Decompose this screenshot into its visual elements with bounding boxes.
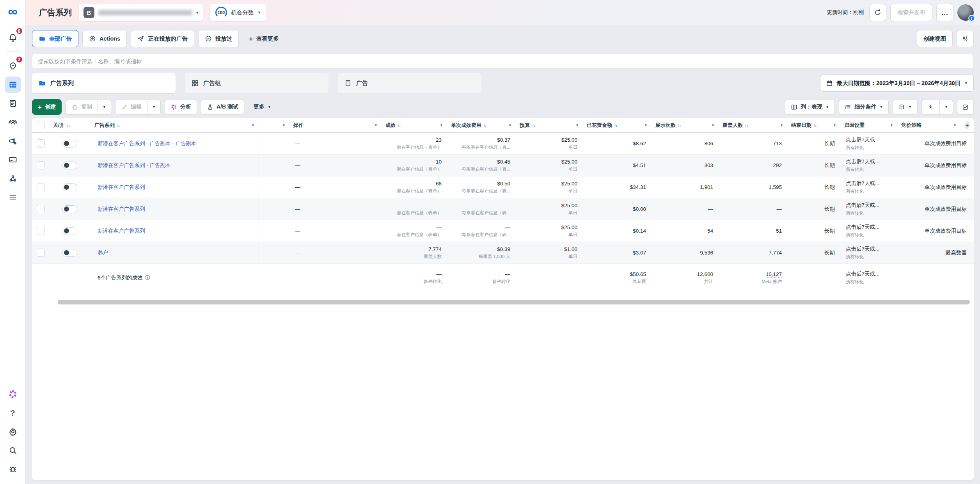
column-header-bid[interactable]: 竞价策略▼	[897, 118, 960, 132]
see-more-filters-button[interactable]: + 查看更多	[243, 30, 285, 47]
column-header-reach[interactable]: 覆盖人数↑↓▼	[719, 118, 787, 132]
sort-arrows-icon[interactable]: ↑↓	[483, 123, 486, 128]
sort-arrows-icon[interactable]: ↑↓	[614, 123, 617, 128]
select-all-checkbox[interactable]	[37, 121, 45, 129]
header-filter-caret[interactable]: ▼	[780, 123, 783, 127]
column-header-end[interactable]: 结束日期↑↓▼	[787, 118, 840, 132]
analyze-button[interactable]: 分析	[165, 99, 197, 115]
filter-tab-had-delivery[interactable]: 投放过	[198, 30, 239, 47]
sidebar-item-reports[interactable]	[5, 95, 21, 112]
campaign-name-link[interactable]: 新潜在客户广告系列 - 广告副本 - 广告副本	[98, 140, 253, 147]
header-filter-caret[interactable]: ▼	[374, 123, 378, 127]
sort-arrows-icon[interactable]: ↑↓	[678, 123, 680, 128]
header-filter-caret[interactable]: ▼	[282, 123, 286, 127]
row-checkbox[interactable]	[37, 227, 45, 235]
row-checkbox[interactable]	[37, 161, 45, 169]
column-header-name[interactable]: 广告系列↑↓▼	[91, 118, 259, 132]
header-filter-caret[interactable]: ▼	[833, 123, 836, 127]
campaign-toggle[interactable]	[62, 183, 77, 191]
sidebar-item-audiences[interactable]	[5, 114, 21, 130]
reports-dropdown-button[interactable]: ▼	[893, 99, 918, 115]
edit-button[interactable]: 编辑	[115, 99, 147, 115]
info-icon[interactable]: ⓘ	[145, 274, 150, 281]
duplicate-dropdown-caret[interactable]: ▼	[98, 99, 111, 115]
opportunity-score[interactable]: 100 机会分数 ▼	[210, 4, 266, 21]
meta-logo-icon[interactable]: ∞	[8, 5, 17, 18]
campaign-name-link[interactable]: 新潜在客户广告系列	[98, 206, 253, 213]
add-column-button[interactable]: +	[964, 121, 970, 129]
campaign-toggle[interactable]	[62, 162, 77, 169]
column-header-spent[interactable]: 已花费金额↑↓▼	[583, 118, 652, 132]
campaign-toggle[interactable]	[62, 205, 77, 213]
column-header-action[interactable]: 操作▼	[289, 118, 382, 132]
sort-arrows-icon[interactable]: ↑↓	[745, 123, 747, 128]
export-button[interactable]	[921, 99, 940, 115]
date-range-selector[interactable]: 最大日期范围：2023年3月30日 – 2026年4月30日 ▼	[820, 75, 974, 92]
sidebar-item-ads-manager[interactable]	[5, 77, 21, 93]
campaign-name-link[interactable]: 新潜在客户广告系列 - 广告副本	[98, 162, 253, 169]
header-filter-caret[interactable]: ▼	[440, 123, 443, 127]
row-checkbox[interactable]	[37, 139, 45, 148]
row-checkbox[interactable]	[37, 249, 45, 257]
duplicate-button[interactable]: 复制	[66, 99, 98, 115]
filter-tab-active-ads[interactable]: 正在投放的广告	[131, 30, 194, 47]
column-header-impressions[interactable]: 展示次数↑↓▼	[652, 118, 719, 132]
column-header-toggle[interactable]: 关/开↑↓	[49, 118, 91, 132]
sidebar-item-advertising[interactable]	[5, 133, 21, 149]
search-input[interactable]	[32, 54, 974, 69]
filter-tab-all-ads[interactable]: 全部广告	[32, 30, 78, 47]
sidebar-item-events-manager[interactable]	[5, 170, 21, 187]
column-header-cpr[interactable]: 单次成效费用↑↓▼	[447, 118, 516, 132]
sidebar-item-billing[interactable]	[5, 151, 21, 168]
columns-button[interactable]: 列：表现 ▼	[785, 99, 835, 115]
column-header-results[interactable]: 成效↑↓▼	[382, 118, 447, 132]
user-avatar[interactable]: f	[957, 4, 974, 21]
notifications-button[interactable]: 8	[5, 29, 21, 46]
sort-arrows-icon[interactable]: ↑↓	[813, 123, 816, 128]
sort-arrows-icon[interactable]: ↑↓	[532, 123, 534, 128]
breakdown-button[interactable]: 细分条件 ▼	[839, 99, 889, 115]
header-filter-caret[interactable]: ▼	[953, 123, 957, 127]
create-view-button[interactable]: 创建视图	[917, 30, 953, 47]
sort-arrows-icon[interactable]: ↑↓	[67, 123, 69, 128]
column-header-attribution[interactable]: 归因设置▼	[840, 118, 897, 132]
charts-button[interactable]	[957, 99, 974, 115]
review-publish-button[interactable]: 检查并发布	[890, 4, 932, 21]
campaign-toggle[interactable]	[62, 140, 77, 148]
header-filter-caret[interactable]: ▼	[251, 123, 255, 127]
header-filter-caret[interactable]: ▼	[575, 123, 579, 127]
campaign-toggle[interactable]	[62, 227, 77, 235]
horizontal-scrollbar[interactable]	[58, 300, 970, 304]
sort-arrows-icon[interactable]: ↑↓	[117, 123, 119, 128]
more-tools-button[interactable]: 更多 ▼	[248, 99, 277, 115]
header-filter-caret[interactable]: ▼	[890, 123, 893, 127]
help-button[interactable]: ?	[5, 405, 21, 421]
meta-ai-button[interactable]	[5, 386, 21, 402]
account-selector[interactable]: B ▾	[79, 4, 203, 21]
sort-arrows-icon[interactable]: ↑↓	[398, 123, 400, 128]
column-header-budget[interactable]: 预算↑↓▼	[516, 118, 583, 132]
refresh-button[interactable]	[869, 4, 886, 21]
row-checkbox[interactable]	[37, 183, 45, 191]
report-bug-button[interactable]	[5, 461, 21, 477]
sidebar-item-opportunities[interactable]: 2	[5, 58, 21, 74]
campaign-name-link[interactable]: 新潜在客户广告系列	[98, 228, 253, 235]
column-header-add[interactable]: +	[960, 118, 974, 132]
ab-test-button[interactable]: A/B 测试	[201, 99, 244, 115]
column-header-hidden[interactable]: ▼	[259, 118, 289, 132]
campaign-toggle[interactable]	[62, 249, 77, 257]
header-filter-caret[interactable]: ▼	[644, 123, 648, 127]
sidebar-search-button[interactable]	[5, 442, 21, 459]
header-filter-caret[interactable]: ▼	[711, 123, 715, 127]
more-options-button[interactable]: …	[936, 4, 953, 21]
all-tools-menu-button[interactable]	[5, 189, 21, 205]
view-settings-button[interactable]	[957, 30, 974, 47]
filter-tab-actions[interactable]: Actions	[82, 30, 127, 47]
scrollbar-thumb[interactable]	[58, 300, 970, 304]
campaign-name-link[interactable]: 新潜在客户广告系列	[98, 184, 253, 191]
export-dropdown-caret[interactable]: ▼	[940, 99, 953, 115]
create-button[interactable]: + 创建	[32, 99, 62, 115]
header-filter-caret[interactable]: ▼	[508, 123, 512, 127]
settings-button[interactable]	[5, 424, 21, 440]
row-checkbox[interactable]	[37, 205, 45, 213]
